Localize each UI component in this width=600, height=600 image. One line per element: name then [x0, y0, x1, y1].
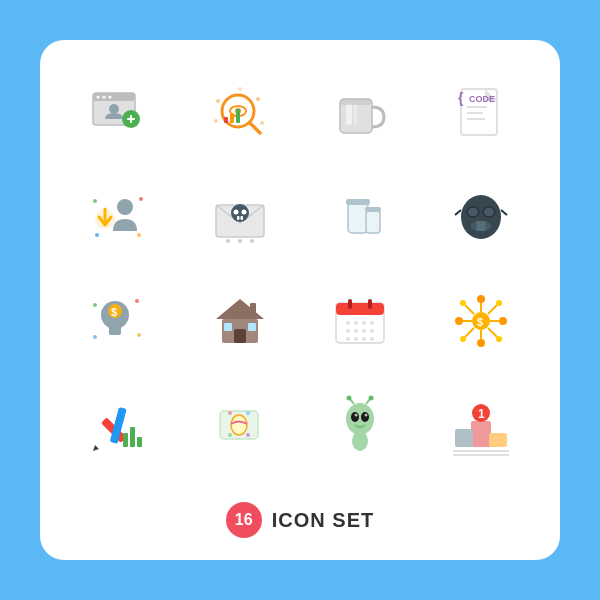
svg-point-37: [137, 233, 141, 237]
svg-rect-43: [240, 216, 243, 220]
web-user-icon: [74, 68, 164, 158]
ranking-icon: 1: [436, 380, 526, 470]
icon-cell-cabin: [185, 276, 296, 366]
svg-point-40: [233, 210, 238, 215]
svg-rect-111: [130, 427, 135, 447]
icon-grid: { CODE: [64, 68, 536, 470]
svg-point-121: [351, 412, 359, 422]
svg-rect-47: [348, 203, 368, 233]
icon-cell-data-analysis: [185, 68, 296, 158]
svg-rect-74: [336, 303, 384, 315]
svg-rect-75: [348, 299, 352, 309]
icon-cell-network-money: $: [426, 276, 537, 366]
svg-point-8: [109, 104, 119, 114]
skull-email-icon: [195, 172, 285, 262]
svg-rect-130: [455, 429, 473, 447]
svg-line-58: [501, 210, 507, 215]
svg-point-51: [461, 195, 501, 239]
svg-point-66: [137, 333, 141, 337]
svg-point-119: [346, 403, 374, 435]
jar-icon: [315, 172, 405, 262]
svg-point-100: [477, 339, 485, 347]
svg-rect-7: [130, 115, 132, 123]
alien-icon: [315, 380, 405, 470]
svg-point-83: [362, 329, 366, 333]
svg-text:$: $: [477, 316, 483, 328]
svg-point-117: [228, 433, 232, 437]
svg-point-99: [477, 295, 485, 303]
svg-rect-55: [471, 223, 477, 229]
icon-cell-skull-email: [185, 172, 296, 262]
svg-point-102: [499, 317, 507, 325]
svg-point-36: [95, 233, 99, 237]
calendar-icon: [315, 276, 405, 366]
svg-point-2: [97, 96, 100, 99]
svg-point-88: [370, 337, 374, 341]
icon-cell-jar: [305, 172, 416, 262]
svg-point-118: [246, 433, 250, 437]
svg-point-77: [346, 321, 350, 325]
svg-point-34: [93, 199, 97, 203]
svg-point-78: [354, 321, 358, 325]
badge-count: 16: [226, 502, 262, 538]
badge-label: ICON SET: [272, 509, 374, 532]
svg-point-114: [231, 415, 247, 435]
svg-point-105: [496, 300, 502, 306]
network-money-icon: $: [436, 276, 526, 366]
easter-egg-icon: [195, 380, 285, 470]
svg-point-65: [93, 335, 97, 339]
svg-point-20: [238, 87, 242, 91]
svg-text:1: 1: [478, 407, 485, 421]
svg-point-116: [246, 411, 250, 415]
svg-rect-110: [123, 433, 128, 447]
svg-point-123: [355, 414, 358, 417]
svg-text:$: $: [111, 306, 117, 318]
svg-point-85: [346, 337, 350, 341]
icon-cell-mug: [305, 68, 416, 158]
svg-rect-69: [234, 329, 246, 343]
svg-point-122: [361, 412, 369, 422]
svg-point-106: [460, 336, 466, 342]
svg-line-12: [250, 123, 260, 133]
badge-row: 16 ICON SET: [226, 502, 374, 538]
svg-point-44: [226, 239, 230, 243]
svg-rect-60: [109, 325, 121, 335]
icon-cell-employee-download: [64, 172, 175, 262]
svg-point-4: [109, 96, 112, 99]
svg-rect-23: [354, 103, 357, 125]
icon-cell-mind-money: $: [64, 276, 175, 366]
svg-point-53: [483, 207, 495, 217]
svg-marker-108: [93, 445, 99, 451]
svg-line-95: [465, 305, 474, 314]
svg-line-98: [465, 328, 474, 337]
svg-point-45: [238, 239, 242, 243]
svg-point-64: [135, 299, 139, 303]
svg-point-63: [93, 303, 97, 307]
svg-rect-42: [237, 216, 240, 220]
icon-cell-alien: [305, 380, 416, 470]
svg-rect-50: [365, 207, 381, 212]
svg-rect-76: [368, 299, 372, 309]
svg-rect-72: [250, 303, 256, 315]
svg-rect-70: [224, 323, 232, 331]
svg-point-87: [362, 337, 366, 341]
svg-point-19: [260, 121, 264, 125]
svg-point-80: [370, 321, 374, 325]
svg-point-31: [117, 199, 133, 215]
svg-point-17: [256, 97, 260, 101]
svg-rect-112: [137, 437, 142, 447]
svg-point-126: [347, 396, 352, 401]
svg-rect-15: [236, 109, 240, 123]
svg-point-101: [455, 317, 463, 325]
svg-point-84: [370, 329, 374, 333]
icon-cell-calendar: [305, 276, 416, 366]
svg-line-96: [488, 328, 497, 337]
design-tools-icon: [74, 380, 164, 470]
svg-point-16: [216, 99, 220, 103]
svg-point-52: [467, 207, 479, 217]
icon-set-card: { CODE: [40, 40, 560, 560]
svg-rect-129: [471, 421, 491, 447]
svg-text:CODE: CODE: [469, 94, 495, 104]
svg-rect-56: [485, 223, 491, 229]
icon-cell-easter-egg: [185, 380, 296, 470]
